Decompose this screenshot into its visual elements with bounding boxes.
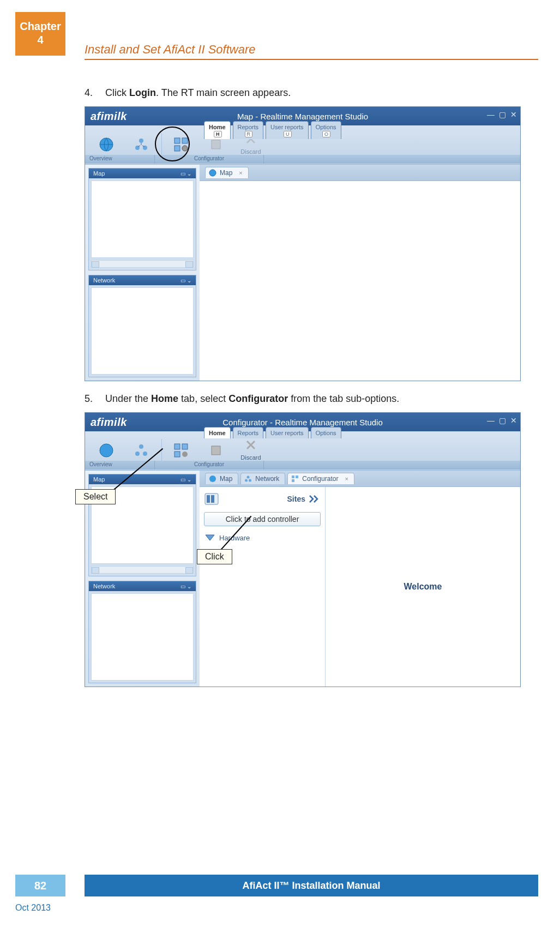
document-tab-map[interactable]: Map × — [205, 167, 249, 178]
panel-map: Map ▭ ⌄ — [88, 168, 196, 270]
section-title: Install and Set AfiAct II Software — [85, 43, 255, 57]
configurator-icon — [291, 475, 299, 483]
panel-map-scrollbar[interactable] — [91, 566, 194, 574]
svg-rect-14 — [174, 444, 180, 449]
tab-user-reports[interactable]: User reports U — [266, 121, 309, 139]
svg-point-19 — [209, 475, 216, 482]
document-tab-network[interactable]: Network — [240, 473, 285, 484]
svg-rect-27 — [207, 495, 210, 503]
tab-close-icon[interactable]: × — [239, 170, 242, 176]
annotation-select-callout: Select — [75, 489, 116, 504]
panel-map-title: Map — [93, 476, 105, 483]
tab-user-reports[interactable]: User reports — [266, 427, 309, 438]
tab-user-reports-key: U — [284, 131, 292, 137]
configurator-icon — [173, 442, 189, 459]
annotation-click-label: Click — [205, 552, 224, 561]
screenshot-configurator-window: afimilk Configurator - Realtime Manageme… — [85, 412, 521, 687]
svg-rect-5 — [182, 138, 188, 143]
ribbon-sections: Overview Configurator — [85, 155, 520, 164]
screenshot-map-window: afimilk Map - Realtime Management Studio… — [85, 106, 521, 381]
panel-network: Network ▭ ⌄ — [88, 275, 196, 377]
svg-point-11 — [139, 444, 143, 449]
step-4-text-a: Click — [105, 87, 129, 98]
globe-icon — [98, 136, 115, 153]
svg-rect-8 — [212, 140, 220, 149]
grid-icon[interactable] — [204, 492, 219, 505]
tab-reports-label: Reports — [238, 430, 259, 436]
chapter-label: Chapter — [15, 20, 65, 33]
tab-home[interactable]: Home H — [204, 121, 231, 139]
panel-controls-icon[interactable]: ▭ ⌄ — [180, 171, 191, 177]
tab-user-reports-label: User reports — [270, 124, 304, 130]
step-5-text-b: Home — [151, 393, 178, 404]
minimize-icon[interactable]: — — [487, 110, 495, 119]
panel-map-title: Map — [93, 170, 105, 177]
tab-close-icon[interactable]: × — [345, 475, 348, 482]
annotation-click-callout: Click — [197, 549, 232, 564]
panel-controls-icon[interactable]: ▭ ⌄ — [180, 477, 191, 483]
maximize-icon[interactable]: ▢ — [499, 110, 506, 119]
step-5: 5. Under the Home tab, select Configurat… — [85, 393, 527, 405]
afimilk-logo: afimilk — [91, 416, 127, 429]
panel-controls-icon[interactable]: ▭ ⌄ — [180, 278, 191, 284]
annotation-select-label: Select — [83, 492, 107, 501]
page-content: 4. Click Login. The RT main screen appea… — [85, 87, 527, 699]
window-body: Map ▭ ⌄ Network ▭ ⌄ — [85, 471, 520, 687]
discard-icon — [243, 437, 259, 453]
panel-map-scrollbar[interactable] — [91, 260, 194, 268]
ribbon-section-configurator: Configurator — [155, 155, 264, 164]
afimilk-logo: afimilk — [91, 110, 127, 123]
ribbon-tab-strip: Home H Reports R User reports U Options … — [204, 121, 341, 139]
step-5-text-c: tab, select — [178, 393, 228, 404]
chapter-number: 4 — [15, 33, 65, 47]
hardware-row[interactable]: Hardware — [204, 533, 321, 543]
svg-rect-24 — [296, 475, 298, 478]
tab-home-label: Home — [209, 430, 226, 436]
svg-point-7 — [182, 146, 188, 151]
step-5-text-a: Under the — [105, 393, 151, 404]
window-title: Configurator - Realtime Management Studi… — [222, 418, 382, 427]
step-4-text-b: Login — [129, 87, 156, 98]
window-controls: — ▢ ✕ — [487, 416, 517, 425]
hardware-icon — [204, 533, 216, 543]
window-controls: — ▢ ✕ — [487, 110, 517, 119]
tab-user-reports-label: User reports — [270, 430, 304, 436]
sites-button[interactable]: Sites — [287, 495, 321, 503]
footer-title: AfiAct II™ Installation Manual — [85, 875, 538, 896]
tab-options[interactable]: Options O — [311, 121, 341, 139]
document-tab-strip: Map × — [200, 165, 520, 181]
tab-home-key: H — [214, 131, 222, 137]
tab-options-key: O — [322, 131, 330, 137]
panel-map-header: Map ▭ ⌄ — [89, 168, 196, 178]
welcome-text: Welcome — [404, 582, 442, 592]
ribbon-sections: Overview Configurator — [85, 461, 520, 469]
tab-options[interactable]: Options — [311, 427, 341, 438]
panel-network-title: Network — [93, 277, 115, 284]
panel-network-title: Network — [93, 583, 115, 589]
ribbon-tab-strip: Home Reports User reports Options — [204, 427, 341, 438]
step-4: 4. Click Login. The RT main screen appea… — [85, 87, 527, 99]
maximize-icon[interactable]: ▢ — [499, 416, 506, 425]
add-controller-button[interactable]: Click to add controller — [204, 512, 321, 526]
network-icon — [133, 136, 149, 153]
tab-reports[interactable]: Reports — [233, 427, 264, 438]
tab-reports[interactable]: Reports R — [233, 121, 264, 139]
panel-map-body — [91, 180, 194, 258]
document-tab-map[interactable]: Map — [205, 473, 238, 484]
close-icon[interactable]: ✕ — [510, 110, 517, 119]
svg-point-1 — [139, 139, 143, 143]
section-rule — [85, 59, 538, 60]
close-icon[interactable]: ✕ — [510, 416, 517, 425]
main-area: Map Network Configurator × — [200, 471, 520, 687]
panel-map-header: Map ▭ ⌄ — [89, 474, 196, 484]
panel-controls-icon[interactable]: ▭ ⌄ — [180, 583, 191, 589]
panel-network-header: Network ▭ ⌄ — [89, 581, 196, 591]
ribbon-section-overview: Overview — [85, 155, 155, 164]
tab-home[interactable]: Home — [204, 427, 231, 438]
svg-rect-4 — [174, 138, 180, 143]
document-tab-network-label: Network — [255, 475, 279, 483]
minimize-icon[interactable]: — — [487, 416, 495, 425]
configurator-view: Sites Click to add controller Hardware — [200, 487, 520, 687]
document-tab-configurator[interactable]: Configurator × — [287, 473, 354, 484]
footer-date: Oct 2013 — [15, 903, 51, 913]
